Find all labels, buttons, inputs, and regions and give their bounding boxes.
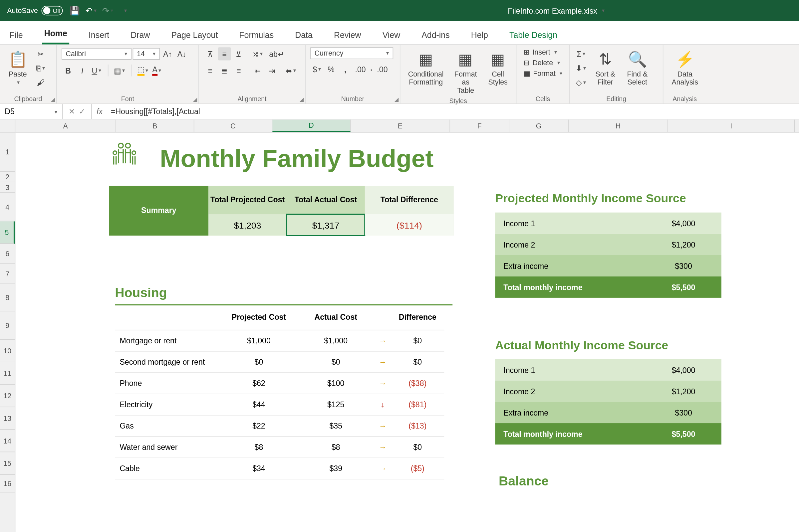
fill-color-button[interactable]: ⬚▾ xyxy=(136,64,149,77)
tab-home[interactable]: Home xyxy=(42,24,70,44)
col-header-E[interactable]: E xyxy=(351,119,450,132)
col-header-A[interactable]: A xyxy=(15,119,116,132)
paste-button[interactable]: 📋Paste▾ xyxy=(5,47,31,88)
borders-button[interactable]: ▦▾ xyxy=(113,64,126,77)
cut-button[interactable]: ✂ xyxy=(34,47,47,60)
number-expand-icon[interactable]: ◢ xyxy=(394,96,398,102)
housing-row[interactable]: Mortgage or rent $1,000 $1,000 → $0 xyxy=(115,330,444,352)
tab-draw[interactable]: Draw xyxy=(128,26,152,44)
delete-cells-button[interactable]: ⊟Delete▾ xyxy=(521,58,563,67)
row-header-5[interactable]: 5 xyxy=(0,221,15,244)
insert-cells-button[interactable]: ⊞Insert▾ xyxy=(521,47,560,57)
row-header-14[interactable]: 14 xyxy=(0,430,15,453)
formula-input[interactable]: =Housing[[#Totals],[Actual xyxy=(107,107,799,116)
clear-icon[interactable]: ◇▾ xyxy=(575,76,588,89)
row-header-10[interactable]: 10 xyxy=(0,340,15,362)
summary-diff[interactable]: ($114) xyxy=(365,214,454,235)
clipboard-expand-icon[interactable]: ◢ xyxy=(51,96,55,102)
name-box[interactable]: D5▾ xyxy=(0,104,63,119)
row-header-4[interactable]: 4 xyxy=(0,193,15,221)
font-color-button[interactable]: A▾ xyxy=(150,64,164,77)
align-middle-icon[interactable]: ≡ xyxy=(218,47,231,60)
row-header-2[interactable]: 2 xyxy=(0,172,15,182)
housing-row[interactable]: Gas $22 $35 → ($13) xyxy=(115,416,444,437)
find-select-button[interactable]: 🔍Find & Select xyxy=(623,47,651,89)
number-format-combo[interactable]: Currency▾ xyxy=(310,47,393,59)
fill-icon[interactable]: ⬇▾ xyxy=(575,61,588,75)
increase-decimal-icon[interactable]: .00→ xyxy=(358,63,371,76)
row-header-7[interactable]: 7 xyxy=(0,264,15,284)
autosum-icon[interactable]: Σ▾ xyxy=(575,47,588,60)
cell-styles-button[interactable]: ▦Cell Styles xyxy=(485,47,511,89)
sort-filter-button[interactable]: ⇅Sort & Filter xyxy=(591,47,619,89)
save-icon[interactable]: 💾 xyxy=(70,6,79,15)
wrap-text-icon[interactable]: ab↵ xyxy=(270,47,283,60)
tab-file[interactable]: File xyxy=(7,26,25,44)
tab-page-layout[interactable]: Page Layout xyxy=(169,26,220,44)
align-left-icon[interactable]: ≡ xyxy=(204,64,217,77)
align-right-icon[interactable]: ≡ xyxy=(232,64,245,77)
tab-insert[interactable]: Insert xyxy=(86,26,112,44)
format-cells-button[interactable]: ▦Format▾ xyxy=(521,69,565,78)
format-as-table-button[interactable]: ▦Format as Table xyxy=(450,47,481,97)
align-bottom-icon[interactable]: ⊻ xyxy=(232,47,245,60)
filename[interactable]: FileInfo.com Example.xlsx▾ xyxy=(130,6,799,15)
housing-row[interactable]: Phone $62 $100 → ($38) xyxy=(115,373,444,394)
tab-addins[interactable]: Add-ins xyxy=(419,26,452,44)
summary-projected[interactable]: $1,203 xyxy=(208,214,286,235)
housing-row[interactable]: Water and sewer $8 $8 → $0 xyxy=(115,437,444,458)
row-header-13[interactable]: 13 xyxy=(0,407,15,430)
row-header-9[interactable]: 9 xyxy=(0,311,15,340)
tab-data[interactable]: Data xyxy=(293,26,315,44)
align-top-icon[interactable]: ⊼ xyxy=(204,47,217,60)
qat-dropdown-icon[interactable]: ▾ xyxy=(121,6,130,15)
merge-center-icon[interactable]: ⬌▾ xyxy=(284,64,297,77)
formula-cancel-icon[interactable]: ✕ xyxy=(69,107,75,116)
col-header-C[interactable]: C xyxy=(194,119,273,132)
row-header-3[interactable]: 3 xyxy=(0,182,15,193)
decrease-indent-icon[interactable]: ⇤ xyxy=(251,64,264,77)
col-header-F[interactable]: F xyxy=(450,119,509,132)
tab-table-design[interactable]: Table Design xyxy=(507,26,560,44)
percent-format-icon[interactable]: % xyxy=(324,63,338,76)
align-center-icon[interactable]: ≣ xyxy=(218,64,231,77)
fx-icon[interactable]: fx xyxy=(92,107,107,116)
data-analysis-button[interactable]: ⚡Data Analysis xyxy=(668,47,702,89)
income-row[interactable]: Income 2$1,200 xyxy=(495,381,721,402)
col-header-H[interactable]: H xyxy=(569,119,668,132)
autosave-toggle[interactable]: AutoSave Off xyxy=(7,6,62,15)
housing-row[interactable]: Cable $34 $39 → ($5) xyxy=(115,458,444,479)
col-header-B[interactable]: B xyxy=(116,119,194,132)
income-row[interactable]: Total monthly income$5,500 xyxy=(495,277,721,298)
increase-font-icon[interactable]: A↑ xyxy=(161,47,174,60)
row-header-11[interactable]: 11 xyxy=(0,362,15,385)
tab-help[interactable]: Help xyxy=(469,26,490,44)
italic-button[interactable]: I xyxy=(76,64,89,77)
decrease-decimal-icon[interactable]: ←.00 xyxy=(372,63,385,76)
tab-review[interactable]: Review xyxy=(332,26,364,44)
copy-button[interactable]: ⎘▾ xyxy=(34,61,47,75)
income-row[interactable]: Total monthly income$5,500 xyxy=(495,423,721,444)
summary-actual[interactable]: $1,317 xyxy=(286,214,365,235)
font-expand-icon[interactable]: ◢ xyxy=(193,96,197,102)
tab-view[interactable]: View xyxy=(380,26,403,44)
col-header-D[interactable]: D xyxy=(272,119,351,132)
income-row[interactable]: Income 1$4,000 xyxy=(495,213,721,234)
sheet[interactable]: Monthly Family Budget Summary Total Proj… xyxy=(15,133,799,532)
increase-indent-icon[interactable]: ⇥ xyxy=(265,64,278,77)
underline-button[interactable]: U▾ xyxy=(90,64,103,77)
format-painter-button[interactable]: 🖌 xyxy=(34,76,47,89)
row-header-12[interactable]: 12 xyxy=(0,385,15,407)
font-name-combo[interactable]: Calibri▾ xyxy=(61,48,131,60)
bold-button[interactable]: B xyxy=(61,64,75,77)
income-row[interactable]: Income 1$4,000 xyxy=(495,359,721,381)
income-row[interactable]: Extra income$300 xyxy=(495,402,721,423)
undo-icon[interactable]: ↶▾ xyxy=(87,6,96,15)
income-row[interactable]: Extra income$300 xyxy=(495,255,721,277)
housing-row[interactable]: Second mortgage or rent $0 $0 → $0 xyxy=(115,352,444,373)
conditional-formatting-button[interactable]: ▦Conditional Formatting xyxy=(405,47,447,89)
row-header-8[interactable]: 8 xyxy=(0,284,15,311)
income-row[interactable]: Income 2$1,200 xyxy=(495,234,721,255)
comma-format-icon[interactable]: , xyxy=(339,63,352,76)
decrease-font-icon[interactable]: A↓ xyxy=(175,47,188,60)
